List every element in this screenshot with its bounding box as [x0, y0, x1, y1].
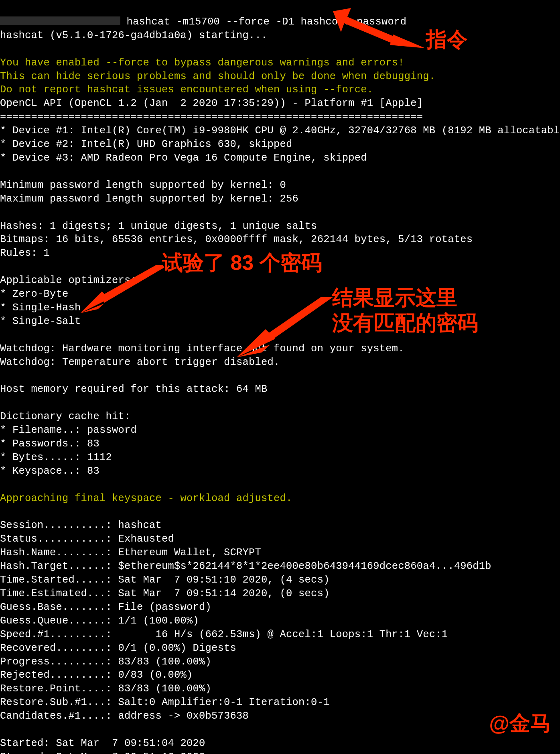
bitmaps-line: Bitmaps: 16 bits, 65536 entries, 0x0000f… — [0, 234, 473, 245]
dict-bytes: * Bytes.....: 1112 — [0, 452, 112, 463]
status-status: Status...........: Exhausted — [0, 533, 174, 545]
status-recovered: Recovered........: 0/1 (0.00%) Digests — [0, 642, 236, 654]
status-time-started: Time.Started.....: Sat Mar 7 09:51:10 20… — [0, 574, 330, 586]
device-line: * Device #2: Intel(R) UHD Graphics 630, … — [0, 139, 292, 150]
opencl-line: OpenCL API (OpenCL 1.2 (Jan 2 2020 17:35… — [0, 98, 423, 109]
dict-header: Dictionary cache hit: — [0, 411, 131, 422]
status-candidates: Candidates.#1....: address -> 0x0b573638 — [0, 710, 249, 722]
terminal-output: hashcat -m15700 --force -D1 hashcode pas… — [0, 0, 560, 754]
optimizer-item: * Zero-Byte — [0, 288, 69, 300]
status-session: Session..........: hashcat — [0, 520, 162, 531]
status-rejected: Rejected.........: 0/83 (0.00%) — [0, 669, 193, 681]
device-line: * Device #3: AMD Radeon Pro Vega 16 Comp… — [0, 152, 367, 164]
status-hashname: Hash.Name........: Ethereum Wallet, SCRY… — [0, 547, 261, 558]
status-guess-base: Guess.Base.......: File (password) — [0, 601, 211, 613]
separator-line: ========================================… — [0, 111, 423, 123]
maxlen-line: Maximum password length supported by ker… — [0, 193, 298, 205]
approaching-line: Approaching final keyspace - workload ad… — [0, 493, 292, 504]
optimizer-item: * Single-Hash — [0, 302, 81, 314]
stopped-line: Stopped: Sat Mar 7 09:51:16 2020 — [0, 751, 205, 754]
optimizer-item: * Single-Salt — [0, 316, 81, 327]
watchdog-line: Watchdog: Temperature abort trigger disa… — [0, 357, 280, 368]
status-speed: Speed.#1.........: 16 H/s (662.53ms) @ A… — [0, 629, 448, 640]
starting-line: hashcat (v5.1.0-1726-ga4db1a0a) starting… — [0, 30, 268, 41]
status-restore-sub: Restore.Sub.#1...: Salt:0 Amplifier:0-1 … — [0, 697, 330, 708]
watchdog-line: Watchdog: Hardware monitoring interface … — [0, 343, 404, 355]
started-line: Started: Sat Mar 7 09:51:04 2020 — [0, 738, 205, 749]
redacted-prompt — [0, 16, 120, 25]
rules-line: Rules: 1 — [0, 247, 50, 259]
hashes-line: Hashes: 1 digests; 1 unique digests, 1 u… — [0, 220, 317, 232]
warn-line: Do not report hashcat issues encountered… — [0, 84, 373, 96]
optimizers-header: Applicable optimizers: — [0, 275, 137, 286]
status-time-estimated: Time.Estimated...: Sat Mar 7 09:51:14 20… — [0, 588, 330, 599]
status-hashtarget: Hash.Target......: $ethereum$s*262144*8*… — [0, 560, 491, 572]
status-progress: Progress.........: 83/83 (100.00%) — [0, 656, 211, 668]
device-line: * Device #1: Intel(R) Core(TM) i9-9980HK… — [0, 125, 560, 137]
dict-filename: * Filename..: password — [0, 424, 137, 436]
warn-line: This can hide serious problems and shoul… — [0, 71, 435, 82]
dict-keyspace: * Keyspace..: 83 — [0, 465, 99, 477]
hostmem-line: Host memory required for this attack: 64… — [0, 383, 268, 395]
warn-line: You have enabled --force to bypass dange… — [0, 57, 404, 69]
command-line: hashcat -m15700 --force -D1 hashcode pas… — [127, 16, 407, 28]
minlen-line: Minimum password length supported by ker… — [0, 179, 286, 191]
dict-passwords: * Passwords.: 83 — [0, 438, 99, 450]
status-restore-point: Restore.Point....: 83/83 (100.00%) — [0, 683, 211, 695]
status-guess-queue: Guess.Queue......: 1/1 (100.00%) — [0, 615, 199, 627]
